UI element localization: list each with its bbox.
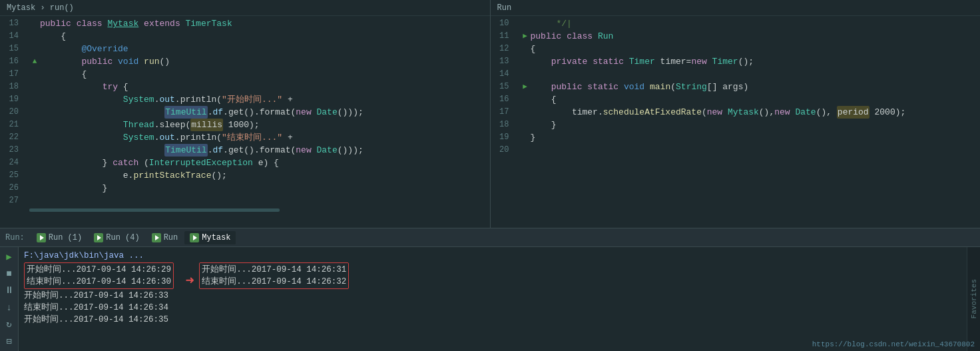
gutter-arrow-right: ▶ (523, 81, 527, 93)
tab-run-4[interactable]: Run (4) (89, 231, 144, 244)
right-code-content[interactable]: */| ▶ public class Run { private static … (515, 16, 981, 228)
boxed-output-group: 开始时间...2017-09-14 14:26:29 结束时间...2017-0… (24, 262, 174, 289)
format-button[interactable]: ⊟ (2, 334, 17, 348)
code-line: System.out.println("开始时间..." + (24, 93, 490, 106)
left-editor-pane: Mytask › run() 13 14 15 16 17 18 19 20 2… (0, 0, 491, 228)
code-line: } (515, 119, 981, 131)
code-line (515, 144, 981, 157)
right-breadcrumb: Run (491, 0, 981, 16)
tab-run-1[interactable]: Run (1) (31, 231, 87, 244)
code-line: try { (24, 81, 490, 93)
stop-button[interactable]: ■ (2, 266, 17, 280)
cmd-line: F:\java\jdk\bin\java ... (24, 250, 961, 262)
editor-area: Mytask › run() 13 14 15 16 17 18 19 20 2… (0, 0, 980, 228)
output-line: 开始时间...2017-09-14 14:26:31 (202, 264, 346, 276)
scroll-down-button[interactable]: ↓ (2, 300, 17, 314)
code-line: e.printStackTrace(); (24, 169, 490, 182)
play-button[interactable]: ▶ (2, 250, 17, 264)
code-line: { (24, 30, 490, 43)
output-line: 结束时间...2017-09-14 14:26:34 (24, 302, 961, 314)
code-line: } catch (InterruptedException e) { (24, 157, 490, 169)
code-line: timer.scheduleAtFixedRate(new Mytask(),n… (515, 106, 981, 119)
code-line: } (515, 131, 981, 144)
code-line: { (515, 43, 981, 55)
code-line: { (515, 93, 981, 106)
code-line (24, 194, 490, 207)
code-line: ▲ public void run() (24, 55, 490, 68)
left-code-content[interactable]: public class Mytask extends TimerTask { … (24, 16, 490, 228)
boxed-output-group2: 开始时间...2017-09-14 14:26:31 结束时间...2017-0… (199, 262, 349, 289)
left-breadcrumb: Mytask › run() (0, 0, 490, 16)
code-line: ▶ public static void main(String[] args) (515, 81, 981, 93)
gutter-arrow-up: ▲ (33, 55, 37, 68)
output-line: 开始时间...2017-09-14 14:26:35 (24, 314, 961, 326)
code-line: } (24, 182, 490, 194)
bottom-panel: Run: Run (1) Run (4) Run Mytask ▶ ■ ⏸ ↓ … (0, 228, 980, 351)
run-icon (37, 233, 46, 242)
rerun-button[interactable]: ↻ (2, 317, 17, 331)
output-line: 结束时间...2017-09-14 14:26:30 (27, 276, 171, 288)
tab-mytask[interactable]: Mytask (184, 231, 236, 244)
code-line: System.out.println("结束时间..." + (24, 131, 490, 144)
run-label: Run: (3, 233, 27, 242)
right-code-container: 10 11 12 13 14 15 16 17 18 19 20 */| (491, 16, 981, 228)
code-line: public class Mytask extends TimerTask (24, 17, 490, 30)
red-arrow: ➜ (186, 273, 194, 290)
run-content: ▶ ■ ⏸ ↓ ↻ ⊟ F:\java\jdk\bin\java ... 开始时… (0, 247, 980, 351)
right-line-numbers: 10 11 12 13 14 15 16 17 18 19 20 (491, 16, 515, 228)
right-editor-pane: Run 10 11 12 13 14 15 16 17 18 19 20 (491, 0, 981, 228)
pause-button[interactable]: ⏸ (2, 284, 17, 298)
run-toolbar: ▶ ■ ⏸ ↓ ↻ ⊟ (0, 247, 19, 351)
tab-run[interactable]: Run (146, 231, 184, 244)
code-line: private static Timer timer=new Timer(); (515, 55, 981, 68)
gutter-arrow-right: ▶ (523, 30, 527, 43)
bottom-url: https://blog.csdn.net/weixin_43670802 (812, 340, 975, 348)
output-line: 开始时间...2017-09-14 14:26:33 (24, 290, 961, 302)
run-icon (190, 233, 199, 242)
run-output-wrapper: F:\java\jdk\bin\java ... 开始时间...2017-09-… (19, 247, 980, 351)
run-icon (94, 233, 103, 242)
favorites-label: Favorites (969, 274, 979, 324)
code-line: TimeUtil.df.get().format(new Date())); (24, 144, 490, 157)
code-line: { (24, 68, 490, 81)
run-output[interactable]: F:\java\jdk\bin\java ... 开始时间...2017-09-… (19, 247, 967, 351)
run-icon (152, 233, 161, 242)
favorites-sidebar: Favorites (967, 247, 980, 351)
code-line (515, 68, 981, 81)
code-line: Thread.sleep(millis 1000); (24, 119, 490, 131)
code-line: */| (515, 17, 981, 30)
left-code-container: 13 14 15 16 17 18 19 20 21 22 23 24 25 2… (0, 16, 490, 228)
output-line: 结束时间...2017-09-14 14:26:32 (202, 276, 346, 288)
output-line: 开始时间...2017-09-14 14:26:29 (27, 264, 171, 276)
code-line: ▶ public class Run (515, 30, 981, 43)
code-line: TimeUtil.df.get().format(new Date())); (24, 106, 490, 119)
code-line: @Override (24, 43, 490, 55)
left-line-numbers: 13 14 15 16 17 18 19 20 21 22 23 24 25 2… (0, 16, 24, 228)
run-tabs-bar: Run: Run (1) Run (4) Run Mytask (0, 228, 980, 247)
